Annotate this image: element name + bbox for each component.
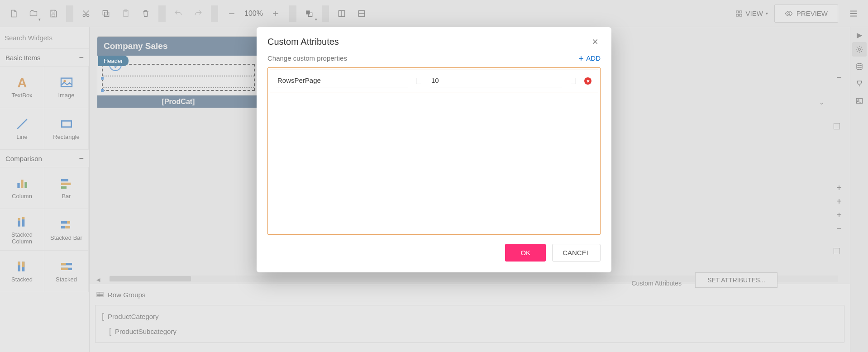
custom-attributes-dialog: Custom Attributes Change custom properti…: [257, 27, 611, 272]
dialog-title: Custom Attributes: [267, 37, 339, 47]
attribute-value-input[interactable]: [430, 75, 562, 87]
attribute-name-input[interactable]: [277, 75, 408, 87]
attribute-row: [270, 70, 598, 92]
attribute-list: [267, 67, 601, 235]
cancel-button[interactable]: CANCEL: [552, 244, 601, 262]
dialog-close-button[interactable]: [590, 36, 601, 47]
attribute-value-fx-checkbox[interactable]: [570, 78, 576, 84]
add-attribute-button[interactable]: ADD: [578, 54, 601, 62]
header-tab[interactable]: Header: [98, 56, 129, 66]
ok-button[interactable]: OK: [505, 244, 546, 262]
attribute-name-fx-checkbox[interactable]: [416, 78, 422, 84]
delete-attribute-button[interactable]: [584, 77, 591, 85]
dialog-subtitle: Change custom properties: [267, 54, 347, 62]
